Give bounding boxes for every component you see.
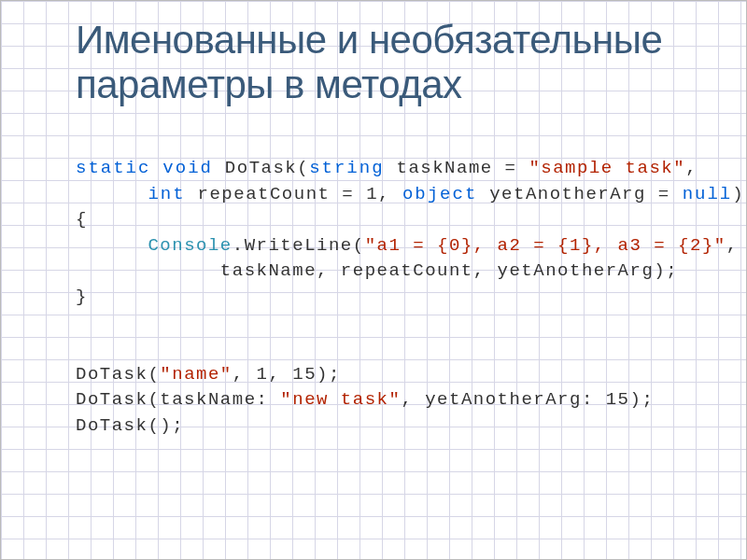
keyword-void: void (162, 158, 213, 178)
call-1: DoTask("name", 1, 15); (76, 364, 341, 385)
keyword-null: null (683, 184, 733, 204)
code-line-4: Console.WriteLine("a1 = {0}, a2 = {1}, a… (76, 235, 739, 256)
code-line-1: static void DoTask(string taskName = "sa… (76, 158, 698, 178)
type-string: string (309, 158, 384, 178)
call1-b: , 1, 15); (233, 364, 341, 385)
call-3: DoTask(); (76, 415, 184, 436)
writeline-call: .WriteLine( (233, 235, 365, 256)
code-line-2: int repeatCount = 1, object yetAnotherAr… (76, 184, 744, 204)
string-sample: "sample task" (529, 158, 685, 178)
call2-a: DoTask(taskName: (76, 389, 280, 410)
code-line-5: taskName, repeatCount, yetAnotherArg); (76, 260, 678, 281)
type-object: object (402, 184, 477, 204)
slide: Именованные и необязательные параметры в… (0, 0, 747, 560)
brace-open: { (76, 209, 88, 230)
writeline-tail: , (726, 235, 739, 256)
call2-b: , yetAnotherArg: 15); (401, 389, 654, 410)
slide-title: Именованные и необязательные параметры в… (76, 18, 690, 108)
call-2: DoTask(taskName: "new task", yetAnotherA… (76, 389, 654, 410)
comma-1: , (685, 158, 698, 178)
param-2: repeatCount = 1, (186, 184, 402, 204)
code-block: static void DoTask(string taskName = "sa… (76, 131, 690, 465)
param-1: taskName = (385, 158, 529, 178)
class-console: Console (148, 235, 232, 256)
fn-name: DoTask( (213, 158, 309, 178)
call1-a: DoTask( (76, 364, 160, 385)
string-format: "a1 = {0}, a2 = {1}, a3 = {2}" (365, 235, 726, 256)
call2-string: "new task" (280, 389, 401, 410)
brace-close: } (76, 287, 88, 307)
paren-close: ) (732, 184, 744, 204)
keyword-static: static (76, 158, 150, 178)
call1-string: "name" (160, 364, 232, 385)
args-line: taskName, repeatCount, yetAnotherArg); (220, 260, 678, 281)
param-3: yetAnotherArg = (477, 184, 682, 204)
type-int: int (148, 184, 185, 204)
